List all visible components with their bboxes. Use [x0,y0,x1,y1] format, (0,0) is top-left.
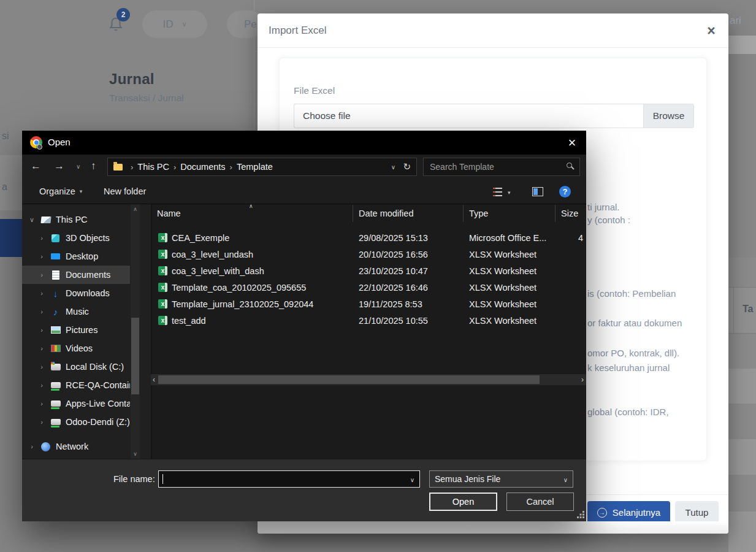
refresh-icon[interactable]: ↻ [403,161,411,172]
tree-item-documents[interactable]: › Documents [22,266,130,284]
chevron-right-icon[interactable]: › [37,381,47,389]
column-divider[interactable] [463,205,464,222]
cancel-button[interactable]: Cancel [506,493,574,511]
details-view-icon[interactable] [493,188,502,196]
chevron-right-icon[interactable]: › [37,326,47,334]
column-header-size[interactable]: Size [561,204,578,223]
tree-item-pictures[interactable]: › Pictures [22,321,130,339]
tree-item-this-pc[interactable]: ∨ This PC [22,210,130,229]
search-input[interactable] [424,158,562,175]
help-icon[interactable]: ? [559,186,571,197]
recent-locations-icon[interactable]: ∨ [76,163,80,170]
dialog-titlebar[interactable]: Open × [22,131,586,155]
tree-scrollbar-thumb[interactable] [131,318,139,394]
address-dropdown-icon[interactable]: ∨ [391,164,395,171]
chevron-right-icon[interactable]: › [37,289,47,297]
address-crumb-template[interactable]: Template [237,162,273,172]
chevron-right-icon: › [230,163,232,172]
open-button[interactable]: Open [429,493,497,511]
up-icon[interactable]: ↑ [91,160,96,172]
address-bar[interactable]: › This PC › Documents › Template ∨ ↻ [107,158,417,176]
dialog-close-icon[interactable]: × [558,131,586,155]
scroll-right-icon[interactable]: › [581,375,584,384]
search-icon[interactable] [567,163,572,168]
tree-item-music[interactable]: › ♪ Music [22,302,130,321]
file-input[interactable]: Choose file [294,104,643,128]
tree-item-videos[interactable]: › Videos [22,339,130,358]
organize-button[interactable]: Organize ▾ [39,186,82,196]
browse-button[interactable]: Browse [643,104,694,128]
instruction-fragment: k keseluruhan jurnal [587,362,670,373]
back-icon[interactable]: ← [31,160,41,172]
column-header-type[interactable]: Type [469,204,488,223]
excel-file-icon: x [158,283,167,292]
modal-title: Import Excel [269,25,326,37]
forward-icon[interactable]: → [54,160,64,172]
file-row[interactable]: x coa_3_level_undash 20/10/2025 16:56 XL… [152,247,586,263]
tree-item-local-disk[interactable]: › Local Disk (C:) [22,358,130,376]
chevron-right-icon[interactable]: › [37,400,47,407]
bg-table-row [728,334,756,369]
tree-scrollbar[interactable]: ∧ ∨ [131,204,140,459]
file-row[interactable]: x CEA_Exemple 29/08/2025 15:13 Microsoft… [152,230,586,247]
next-button[interactable]: → Selanjutnya [587,501,670,524]
notification-badge: 2 [116,8,130,21]
address-crumb-this-pc[interactable]: This PC [137,162,169,172]
network-drive-icon [51,419,61,425]
chevron-right-icon[interactable]: › [37,234,47,242]
3d-objects-icon [52,234,59,242]
file-name-input[interactable] [159,471,419,487]
scroll-down-icon[interactable]: ∨ [131,451,140,457]
modal-close-icon[interactable]: × [703,22,720,39]
column-divider[interactable] [353,205,353,222]
file-type-select[interactable]: Semua Jenis File ∨ [429,470,573,488]
instruction-fragment: ti jurnal. [587,202,620,212]
view-dropdown-icon[interactable]: ▾ [508,190,511,196]
column-header-date[interactable]: Date modified [359,204,413,223]
instruction-fragment: global (contoh: IDR, [587,407,669,417]
chevron-right-icon[interactable]: › [37,253,47,260]
column-divider[interactable] [555,205,556,222]
file-row[interactable]: x Template_coa_20102025_095655 22/10/202… [152,280,586,296]
horizontal-scrollbar[interactable]: ‹ › [151,374,586,385]
preview-pane-icon[interactable] [532,187,543,196]
network-icon [41,442,50,451]
chevron-right-icon[interactable]: › [37,418,47,426]
dialog-bottom-bar: File name: ∨ Semua Jenis File ∨ Open Can… [22,459,586,521]
chevron-right-icon[interactable]: › [27,443,37,450]
tree-item-network[interactable]: › Network [22,437,130,456]
instruction-fragment: y (contoh : [587,215,630,225]
tree-item-rce-qa[interactable]: › RCE-QA-Contain [22,376,130,394]
chevron-right-icon[interactable]: › [37,345,47,352]
column-header-name[interactable]: Name [157,204,181,223]
new-folder-label: New folder [104,186,146,196]
chevron-down-icon[interactable]: ∨ [410,477,414,483]
resize-grip[interactable] [577,511,579,513]
tutup-button[interactable]: Tutup [675,501,719,524]
modal-bottom-strip [258,521,728,534]
sidebar-active-item[interactable] [0,219,22,257]
bg-table-header-border [733,287,734,334]
horizontal-scrollbar-thumb[interactable] [158,375,540,384]
new-folder-button[interactable]: New folder [104,186,146,196]
chevron-down-icon[interactable]: ∨ [27,216,37,224]
text-caret [162,474,163,484]
tree-item-odoo-dendi[interactable]: › Odoo-Dendi (Z:) [22,413,130,431]
language-selector[interactable]: ID ∨ [142,10,207,38]
file-row[interactable]: x Template_jurnal_23102025_092044 19/11/… [152,296,586,313]
bg-table-header-label: Ta [743,304,753,315]
chevron-right-icon[interactable]: › [37,271,47,278]
tree-item-apps-live[interactable]: › Apps-Live Conta [22,394,130,413]
tree-item-downloads[interactable]: › ↓ Downloads [22,284,130,302]
scroll-up-icon[interactable]: ∧ [131,206,140,212]
tree-item-desktop[interactable]: › Desktop [22,247,130,266]
chevron-right-icon[interactable]: › [37,363,47,370]
file-type-value: Semua Jenis File [435,474,500,484]
tree-item-3d-objects[interactable]: › 3D Objects [22,229,130,247]
address-crumb-documents[interactable]: Documents [180,162,225,172]
chevron-right-icon[interactable]: › [37,308,47,315]
file-row[interactable]: x test_add 21/10/2025 10:55 XLSX Workshe… [152,313,586,329]
scroll-left-icon[interactable]: ‹ [153,375,155,384]
file-name-field: ∨ [158,470,420,488]
file-row[interactable]: x coa_3_level_with_dash 23/10/2025 10:47… [152,263,586,280]
